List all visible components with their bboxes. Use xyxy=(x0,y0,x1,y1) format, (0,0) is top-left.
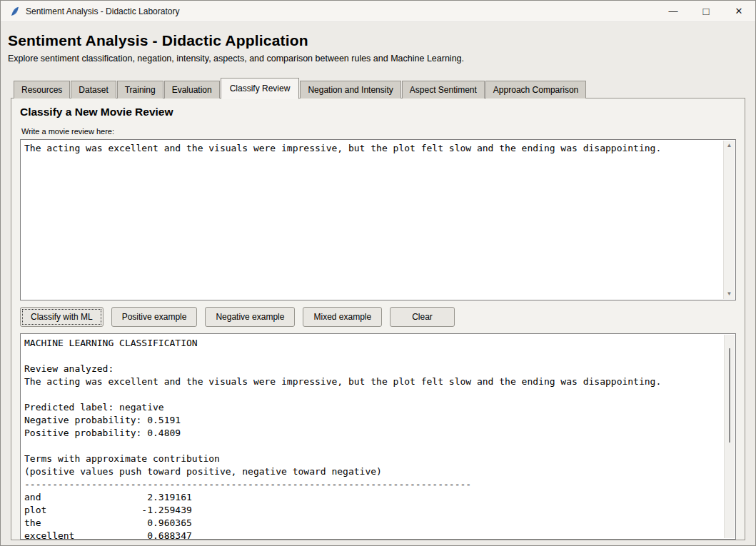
classification-output-text: MACHINE LEARNING CLASSIFICATION Review a… xyxy=(21,334,735,540)
mixed-example-button[interactable]: Mixed example xyxy=(303,307,382,327)
review-input-container: The acting was excellent and the visuals… xyxy=(20,139,736,300)
classification-output-container: MACHINE LEARNING CLASSIFICATION Review a… xyxy=(20,333,736,540)
review-input[interactable]: The acting was excellent and the visuals… xyxy=(21,140,735,300)
app-feather-icon xyxy=(9,6,20,17)
review-scrollbar[interactable]: ▲ ▼ xyxy=(723,141,735,299)
maximize-button[interactable]: □ xyxy=(690,1,722,22)
output-scrollbar-thumb[interactable] xyxy=(729,348,730,443)
app-body: Sentiment Analysis - Didactic Applicatio… xyxy=(1,22,755,540)
negative-example-button[interactable]: Negative example xyxy=(205,307,295,327)
app-window: { "window": { "title": "Sentiment Analys… xyxy=(0,0,756,546)
review-input-label: Write a movie review here: xyxy=(21,127,736,136)
tab-strip: Resources Dataset Training Evaluation Cl… xyxy=(14,76,745,98)
output-scrollbar[interactable] xyxy=(724,335,735,538)
tab-resources[interactable]: Resources xyxy=(14,81,70,98)
clear-button[interactable]: Clear xyxy=(390,307,455,327)
notebook: Resources Dataset Training Evaluation Cl… xyxy=(8,76,748,540)
window-title: Sentiment Analysis - Didactic Laboratory xyxy=(26,6,179,16)
close-button[interactable]: ✕ xyxy=(722,1,755,22)
tab-classify-review[interactable]: Classify Review xyxy=(221,78,300,99)
tab-evaluation[interactable]: Evaluation xyxy=(164,81,220,98)
classify-review-panel: Classify a New Movie Review Write a movi… xyxy=(11,98,745,540)
page-title: Sentiment Analysis - Didactic Applicatio… xyxy=(8,32,748,49)
minimize-button[interactable]: — xyxy=(657,1,690,22)
page-subtitle: Explore sentiment classification, negati… xyxy=(8,54,748,64)
tab-negation-and-intensity[interactable]: Negation and Intensity xyxy=(300,81,400,98)
tab-training[interactable]: Training xyxy=(117,81,163,98)
tab-approach-comparison[interactable]: Approach Comparison xyxy=(485,81,586,98)
scroll-down-icon[interactable]: ▼ xyxy=(727,289,732,299)
positive-example-button[interactable]: Positive example xyxy=(111,307,198,327)
panel-heading: Classify a New Movie Review xyxy=(20,106,736,118)
classify-with-ml-button[interactable]: Classify with ML xyxy=(20,307,104,327)
titlebar: Sentiment Analysis - Didactic Laboratory… xyxy=(1,1,755,22)
action-button-row: Classify with ML Positive example Negati… xyxy=(20,307,736,327)
scroll-up-icon[interactable]: ▲ xyxy=(727,141,732,151)
tab-dataset[interactable]: Dataset xyxy=(71,81,116,98)
tab-aspect-sentiment[interactable]: Aspect Sentiment xyxy=(402,81,485,98)
